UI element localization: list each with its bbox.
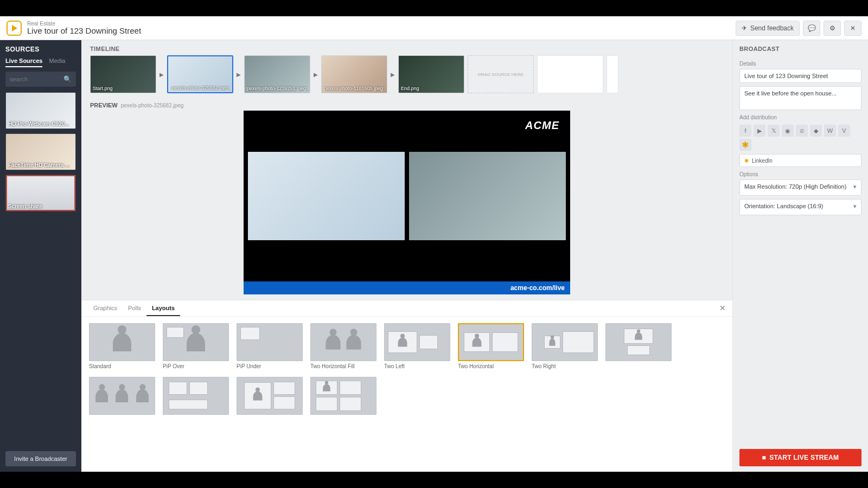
options-label: Options	[739, 171, 861, 177]
chevron-right-icon: ▶	[159, 72, 164, 78]
source-facetime-camera[interactable]: FaceTime HD Camera ...	[5, 133, 76, 170]
app-header: Real Estate Live tour of 123 Downing Str…	[0, 16, 868, 40]
chevron-right-icon: ▶	[314, 72, 318, 78]
timeline-item[interactable]: -pexels-photo-325682.jpeg	[167, 55, 233, 93]
settings-icon-button[interactable]: ⚙	[824, 21, 841, 36]
wowza-icon[interactable]: W	[824, 125, 836, 137]
chevron-right-icon: ▶	[391, 72, 395, 78]
timeline-row: Start.png ▶ -pexels-photo-325682.jpeg ▶ …	[90, 55, 724, 93]
camera-icon: ■	[762, 454, 767, 461]
preview-filename: pexels-photo-325682.jpeg	[121, 102, 184, 108]
layout-extra[interactable]	[605, 323, 672, 369]
bottom-panel: Graphics Polls Layouts ✕ Standard PiP Ov…	[81, 300, 732, 472]
source-screen-share[interactable]: Screen share	[5, 175, 76, 211]
linkedin-distribution-chip[interactable]: ✱ LinkedIn	[739, 154, 861, 167]
app-logo	[7, 21, 22, 36]
layout-two-left[interactable]: Two Left	[384, 323, 450, 369]
sources-title: SOURCES	[5, 46, 76, 53]
twitch-icon[interactable]: ⎚	[796, 125, 808, 137]
preview-title: PREVIEW	[90, 102, 118, 108]
orientation-select[interactable]: Orientation: Landscape (16:9)	[739, 199, 861, 215]
resolution-select[interactable]: Max Resolution: 720p (High Definition)	[739, 179, 861, 196]
timeline-drop-zone[interactable]: DRAG SOURCE HERE	[468, 55, 534, 93]
tab-live-sources[interactable]: Live Sources	[5, 57, 42, 67]
layout-extra[interactable]	[237, 377, 303, 417]
layout-extra[interactable]	[310, 377, 376, 417]
dlive-icon[interactable]: ◆	[810, 125, 822, 137]
layout-pip-over[interactable]: PiP Over	[163, 323, 229, 369]
youtube-icon[interactable]: ▶	[754, 125, 765, 137]
layout-two-horizontal[interactable]: Two Horizontal	[458, 323, 524, 369]
preview-brand-overlay: ACME	[525, 119, 559, 132]
layout-extra[interactable]	[163, 377, 229, 417]
facebook-icon[interactable]: f	[739, 125, 751, 137]
layout-standard[interactable]: Standard	[89, 323, 155, 369]
periscope-icon[interactable]: ◉	[782, 125, 794, 137]
layout-pip-under[interactable]: PiP Under	[237, 323, 303, 369]
twitter-icon[interactable]: 𝕏	[768, 125, 780, 137]
layout-extra[interactable]	[89, 377, 155, 417]
timeline-empty-slot	[537, 55, 603, 93]
search-icon: 🔍	[63, 75, 72, 83]
send-feedback-button[interactable]: ✈ Send feedback	[736, 21, 800, 36]
source-webcam-c920[interactable]: HD Pro Webcam C920...	[5, 92, 76, 129]
layouts-grid: Standard PiP Over PiP Under Two Horizont…	[81, 317, 732, 423]
start-live-stream-button[interactable]: ■ START LIVE STREAM	[739, 449, 861, 466]
timeline-title: TIMELINE	[90, 46, 724, 52]
details-label: Details	[739, 61, 861, 67]
distribution-label: Add distribution	[739, 114, 861, 120]
timeline-item[interactable]: Start.png	[90, 55, 156, 93]
header-title: Live tour of 123 Downing Street	[27, 27, 141, 36]
layout-two-right[interactable]: Two Right	[532, 323, 598, 369]
broadcast-desc-input[interactable]: See it live before the open house...	[739, 86, 861, 110]
layout-two-horizontal-fill[interactable]: Two Horizontal Fill	[310, 323, 376, 369]
tab-media[interactable]: Media	[49, 57, 65, 67]
timeline-item[interactable]: End.png	[398, 55, 464, 93]
preview-left-pane	[248, 152, 405, 241]
tab-layouts[interactable]: Layouts	[146, 300, 180, 316]
sources-sidebar: SOURCES Live Sources Media 🔍 HD Pro Webc…	[0, 40, 81, 472]
tab-polls[interactable]: Polls	[123, 300, 146, 316]
close-panel-icon[interactable]: ✕	[719, 304, 726, 312]
broadcast-title: BROADCAST	[739, 46, 861, 52]
tab-graphics[interactable]: Graphics	[88, 300, 123, 316]
preview-right-pane	[409, 152, 566, 241]
close-button[interactable]: ✕	[844, 21, 861, 36]
timeline-empty-slot	[607, 55, 618, 93]
spark-icon: ✱	[744, 158, 749, 164]
paper-plane-icon: ✈	[742, 24, 747, 32]
invite-broadcaster-button[interactable]: Invite a Broadcaster	[5, 451, 76, 466]
preview-footer-url: acme-co.com/live	[510, 284, 565, 292]
preview-canvas: ACME acme-co.com/live	[244, 111, 570, 294]
chat-icon-button[interactable]: 💬	[803, 21, 820, 36]
add-distribution-icon[interactable]: ✱	[739, 139, 751, 151]
broadcast-panel: BROADCAST Details See it live before the…	[732, 40, 868, 472]
timeline-item[interactable]: pexels-photo-1239291.jpeg	[244, 55, 310, 93]
vimeo-icon[interactable]: V	[838, 125, 850, 137]
broadcast-name-input[interactable]	[739, 69, 861, 83]
timeline-item[interactable]: pexels-photo-1181605.jpeg	[321, 55, 387, 93]
chevron-right-icon: ▶	[237, 72, 241, 78]
